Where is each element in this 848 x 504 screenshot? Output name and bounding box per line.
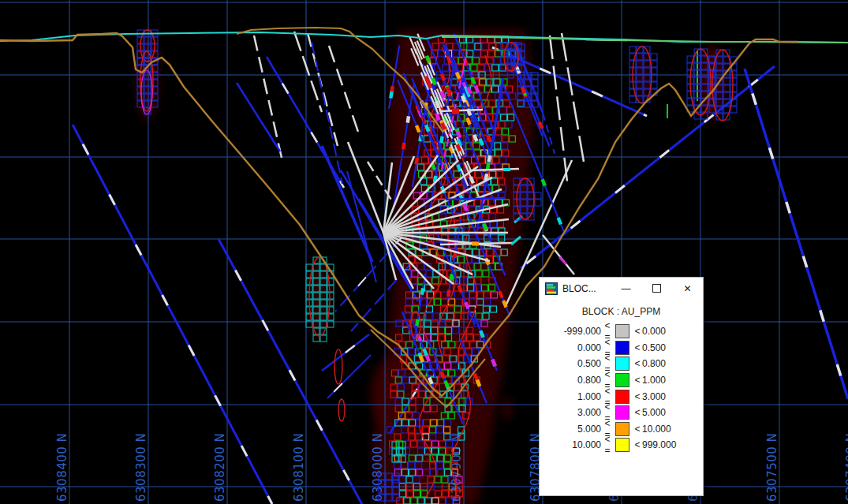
legend-rows: -999.000< =<0.0000.000< =<0.5000.500< =<… (540, 322, 703, 454)
legend-range-max: 5.000 (642, 407, 666, 418)
legend-range-min: 1.000 (540, 391, 601, 402)
legend-blocks-icon (545, 282, 558, 295)
legend-op-lt: < (633, 358, 642, 369)
legend-op-lt: < (633, 391, 642, 402)
close-button[interactable]: ✕ (672, 278, 703, 299)
legend-heading: BLOCK : AU_PPM (540, 299, 703, 322)
legend-window: BLOC... — ✕ BLOCK : AU_PPM -999.000< =<0… (539, 277, 704, 496)
maximize-button[interactable] (641, 278, 672, 299)
legend-row: 0.800< =<1.000 (540, 372, 703, 389)
legend-range-max: 0.800 (642, 358, 666, 369)
legend-range-min: 10.000 (540, 439, 601, 450)
legend-range-max: 0.500 (642, 342, 666, 353)
legend-window-title: BLOC... (562, 283, 611, 294)
legend-color-swatch (615, 324, 629, 338)
section-view-canvas[interactable]: 6308400 N6308300 N6308200 N6308100 N6308… (0, 0, 848, 504)
legend-range-min: -999.000 (540, 326, 601, 337)
legend-color-swatch (615, 341, 629, 355)
legend-op-lte: < = (601, 434, 614, 456)
legend-color-swatch (615, 390, 629, 404)
legend-row: 0.500< =<0.800 (540, 356, 703, 372)
legend-window-titlebar[interactable]: BLOC... — ✕ (540, 278, 703, 299)
legend-color-swatch (615, 373, 629, 387)
legend-row: -999.000< =<0.000 (540, 323, 703, 340)
legend-op-lt: < (633, 424, 642, 435)
legend-op-lt: < (633, 439, 642, 450)
legend-range-max: 0.000 (642, 326, 666, 337)
legend-row: 10.000< =<999.000 (540, 437, 703, 454)
legend-op-lt: < (633, 407, 642, 418)
legend-range-max: 3.000 (642, 391, 666, 402)
northing-label: 6307400 N (844, 433, 848, 502)
close-icon: ✕ (683, 283, 691, 294)
northing-label: 6308100 N (292, 433, 306, 502)
maximize-icon (652, 284, 661, 293)
legend-range-min: 5.000 (540, 424, 601, 435)
viewport: 6308400 N6308300 N6308200 N6308100 N6308… (0, 0, 848, 504)
legend-op-lt: < (633, 375, 642, 386)
legend-row: 0.000< =<0.500 (540, 340, 703, 357)
legend-color-swatch (615, 438, 629, 452)
legend-range-max: 1.000 (642, 375, 666, 386)
legend-op-lt: < (633, 326, 642, 337)
legend-color-swatch (615, 405, 629, 420)
northing-label: 6308000 N (371, 433, 385, 502)
legend-row: 1.000< =<3.000 (540, 388, 703, 405)
legend-range-min: 0.000 (540, 342, 601, 353)
legend-range-min: 0.800 (540, 375, 601, 386)
legend-range-max: 999.000 (642, 439, 676, 450)
minimize-button[interactable]: — (611, 278, 641, 299)
legend-row: 3.000< =<5.000 (540, 405, 703, 421)
northing-label: 6308200 N (213, 433, 227, 502)
legend-range-min: 3.000 (540, 407, 601, 418)
legend-row: 5.000< =<10.000 (540, 421, 703, 438)
legend-range-min: 0.500 (540, 358, 601, 369)
legend-color-swatch (615, 422, 629, 436)
northing-label: 6307500 N (765, 433, 779, 502)
legend-range-max: 10.000 (642, 424, 671, 435)
northing-label: 6308400 N (55, 433, 69, 502)
minimize-icon: — (622, 283, 631, 294)
northing-label: 6308300 N (134, 433, 148, 502)
legend-op-lt: < (633, 342, 642, 353)
legend-color-swatch (615, 357, 629, 371)
